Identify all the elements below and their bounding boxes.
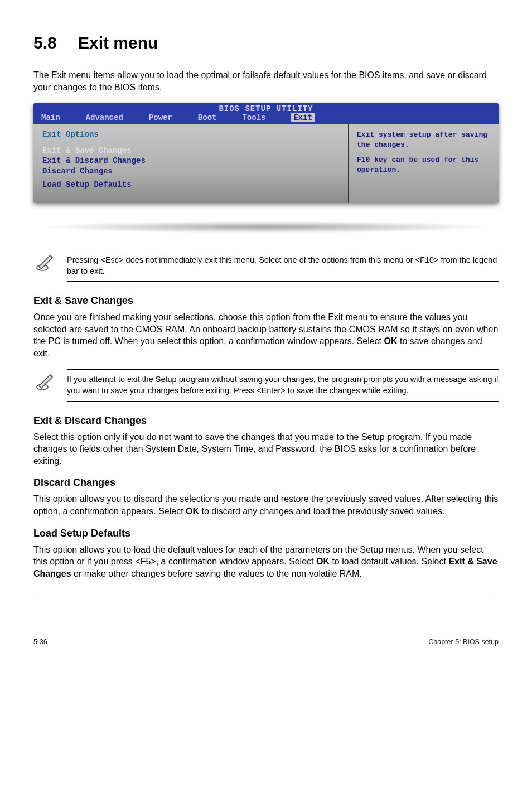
note-box-1: Pressing <Esc> does not immediately exit… (33, 250, 499, 282)
bios-title: BIOS SETUP UTILITY (33, 103, 499, 113)
note-text-2: If you attempt to exit the Setup program… (67, 369, 499, 401)
para-discard: This option allows you to discard the se… (33, 493, 499, 517)
bios-item-discard: Discard Changes (42, 166, 339, 176)
subhead-exit-save: Exit & Save Changes (33, 295, 499, 307)
bios-menu-main: Main (41, 113, 60, 122)
bios-item-exit-save: Exit & Save Changes (42, 146, 339, 156)
section-number: 5.8 (33, 33, 78, 52)
footer-page-number: 5-36 (33, 638, 47, 646)
bios-menu-bar: Main Advanced Power Boot Tools Exit (33, 113, 499, 124)
bios-menu-tools: Tools (242, 113, 265, 122)
bios-body: Exit Options Exit & Save Changes Exit & … (33, 124, 499, 203)
bios-screenshot: BIOS SETUP UTILITY Main Advanced Power B… (33, 103, 499, 203)
bios-menu-power: Power (149, 113, 172, 122)
subhead-load-defaults: Load Setup Defaults (33, 528, 499, 539)
subhead-discard: Discard Changes (33, 477, 499, 489)
subhead-exit-discard: Exit & Discard Changes (33, 415, 499, 427)
bios-help-line2: F10 key can be used for this operation. (357, 155, 491, 175)
pencil-note-icon (33, 369, 67, 396)
footer-rule: 5-36 Chapter 5: BIOS setup (33, 602, 499, 646)
page-heading: 5.8Exit menu (33, 33, 499, 52)
section-title: Exit menu (78, 33, 158, 52)
bios-shadow (39, 221, 493, 233)
para-exit-discard: Select this option only if you do not wa… (33, 431, 499, 467)
para-exit-save: Once you are finished making your select… (33, 311, 499, 359)
pencil-note-icon (33, 250, 67, 277)
footer-chapter: Chapter 5: BIOS setup (428, 638, 499, 646)
bios-item-load-defaults: Load Setup Defaults (42, 180, 339, 190)
bios-left-heading: Exit Options (42, 130, 339, 139)
bios-menu-exit: Exit (291, 113, 315, 122)
page-footer: 5-36 Chapter 5: BIOS setup (33, 638, 499, 646)
bios-left-pane: Exit Options Exit & Save Changes Exit & … (33, 124, 349, 203)
note-text-1: Pressing <Esc> does not immediately exit… (67, 250, 499, 282)
bios-menu-advanced: Advanced (86, 113, 123, 122)
bios-help-line1: Exit system setup after saving the chang… (357, 130, 491, 149)
bios-item-exit-discard: Exit & Discard Changes (42, 156, 339, 166)
bios-menu-boot: Boot (198, 113, 217, 122)
bios-help-pane: Exit system setup after saving the chang… (349, 124, 499, 203)
intro-paragraph: The Exit menu items allow you to load th… (33, 69, 499, 93)
para-load-defaults: This option allows you to load the defau… (33, 544, 499, 580)
note-box-2: If you attempt to exit the Setup program… (33, 369, 499, 401)
